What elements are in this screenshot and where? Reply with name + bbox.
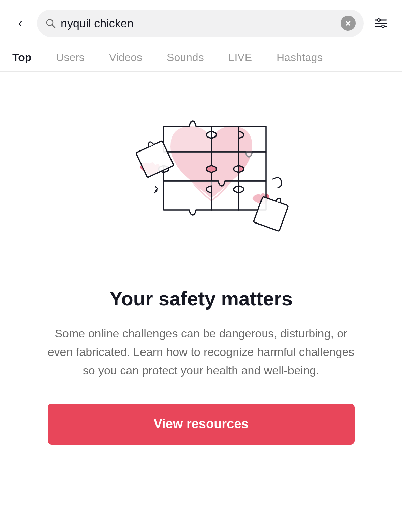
safety-title: Your safety matters bbox=[109, 287, 293, 311]
tab-users[interactable]: Users bbox=[44, 44, 97, 71]
svg-point-6 bbox=[382, 25, 384, 28]
tab-top[interactable]: Top bbox=[0, 44, 44, 71]
tab-bar: Top Users Videos Sounds LIVE Hashtags bbox=[0, 44, 402, 72]
search-icon bbox=[45, 18, 56, 29]
view-resources-button[interactable]: View resources bbox=[48, 404, 355, 445]
filter-button[interactable] bbox=[371, 13, 391, 33]
tab-sounds[interactable]: Sounds bbox=[154, 44, 216, 71]
clear-icon: × bbox=[345, 19, 351, 28]
search-bar[interactable]: nyquil chicken × bbox=[37, 10, 364, 37]
svg-line-1 bbox=[52, 25, 55, 28]
header: ‹ nyquil chicken × bbox=[0, 0, 402, 44]
back-icon: ‹ bbox=[18, 17, 23, 29]
back-button[interactable]: ‹ bbox=[11, 14, 30, 33]
main-content: Your safety matters Some online challeng… bbox=[0, 72, 402, 472]
clear-search-button[interactable]: × bbox=[341, 16, 356, 31]
search-query-text: nyquil chicken bbox=[61, 17, 336, 30]
tab-live[interactable]: LIVE bbox=[216, 44, 264, 71]
safety-description: Some online challenges can be dangerous,… bbox=[48, 324, 355, 380]
svg-point-5 bbox=[377, 19, 380, 21]
view-resources-label: View resources bbox=[153, 417, 248, 431]
tab-hashtags[interactable]: Hashtags bbox=[264, 44, 335, 71]
safety-illustration bbox=[95, 92, 307, 270]
tab-videos[interactable]: Videos bbox=[97, 44, 154, 71]
